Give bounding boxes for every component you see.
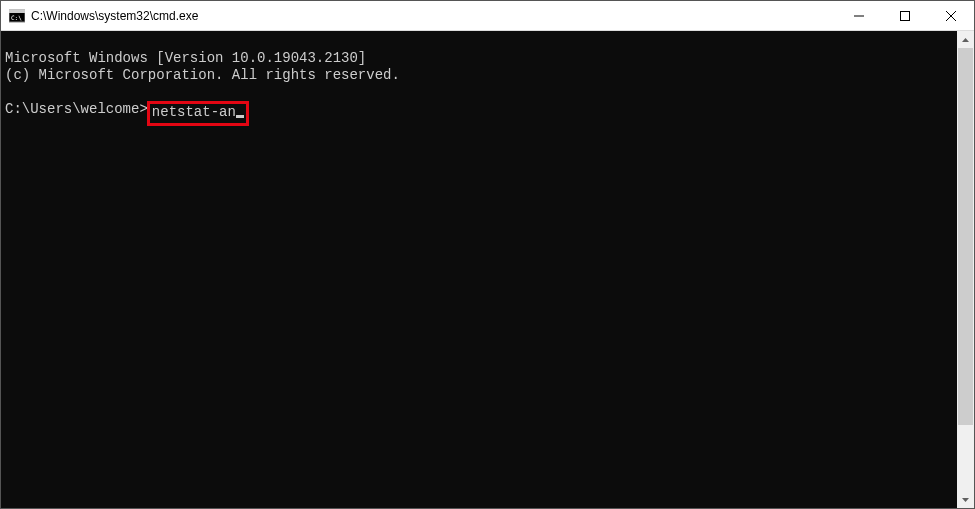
window-controls [836, 1, 974, 30]
svg-marker-8 [962, 498, 969, 502]
svg-rect-4 [901, 12, 910, 21]
svg-marker-7 [962, 38, 969, 42]
vertical-scrollbar[interactable] [957, 31, 974, 508]
svg-text:C:\: C:\ [11, 14, 22, 21]
close-button[interactable] [928, 1, 974, 31]
cursor [236, 115, 244, 118]
terminal-output[interactable]: Microsoft Windows [Version 10.0.19043.21… [1, 31, 957, 508]
content-area: Microsoft Windows [Version 10.0.19043.21… [1, 31, 974, 508]
prompt: C:\Users\welcome> [5, 101, 148, 118]
typed-command: netstat-an [152, 104, 236, 121]
scroll-up-button[interactable] [957, 31, 974, 48]
titlebar[interactable]: C:\ C:\Windows\system32\cmd.exe [1, 1, 974, 31]
command-highlight: netstat-an [147, 101, 249, 126]
minimize-button[interactable] [836, 1, 882, 31]
version-line: Microsoft Windows [Version 10.0.19043.21… [5, 50, 366, 66]
svg-rect-1 [9, 10, 25, 13]
scroll-thumb[interactable] [958, 48, 973, 425]
scroll-track[interactable] [957, 48, 974, 491]
scroll-down-button[interactable] [957, 491, 974, 508]
maximize-button[interactable] [882, 1, 928, 31]
cmd-icon: C:\ [9, 8, 25, 24]
cmd-window: C:\ C:\Windows\system32\cmd.exe Microsof… [0, 0, 975, 509]
copyright-line: (c) Microsoft Corporation. All rights re… [5, 67, 400, 83]
window-title: C:\Windows\system32\cmd.exe [31, 9, 836, 23]
